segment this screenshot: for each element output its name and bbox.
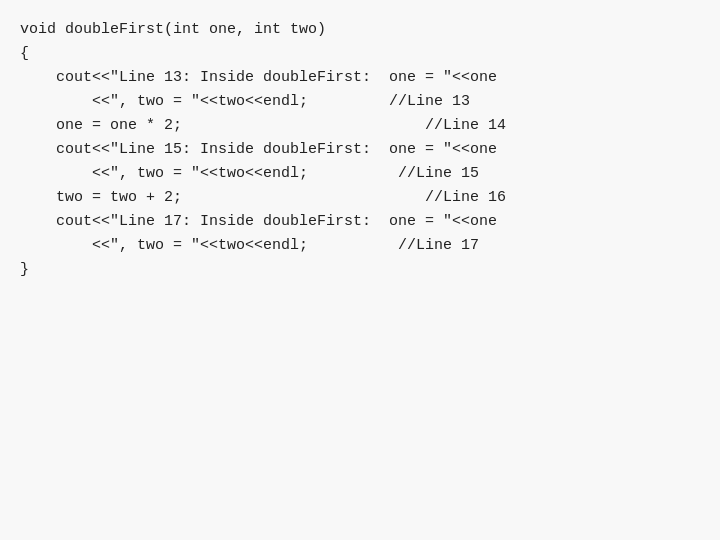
code-line-line-cout13a: cout<<"Line 13: Inside doubleFirst: one … xyxy=(20,66,700,90)
code-line-line-14: one = one * 2; //Line 14 xyxy=(20,114,700,138)
code-line-line-signature: void doubleFirst(int one, int two) xyxy=(20,18,700,42)
code-line-line-16: two = two + 2; //Line 16 xyxy=(20,186,700,210)
code-line-line-cout15a: cout<<"Line 15: Inside doubleFirst: one … xyxy=(20,138,700,162)
code-line-line-cout17a: cout<<"Line 17: Inside doubleFirst: one … xyxy=(20,210,700,234)
code-line-line-close-brace: } xyxy=(20,258,700,282)
code-container: void doubleFirst(int one, int two){ cout… xyxy=(0,0,720,540)
code-line-line-cout17b: <<", two = "<<two<<endl; //Line 17 xyxy=(20,234,700,258)
code-line-line-cout13b: <<", two = "<<two<<endl; //Line 13 xyxy=(20,90,700,114)
code-line-line-open-brace: { xyxy=(20,42,700,66)
code-line-line-cout15b: <<", two = "<<two<<endl; //Line 15 xyxy=(20,162,700,186)
